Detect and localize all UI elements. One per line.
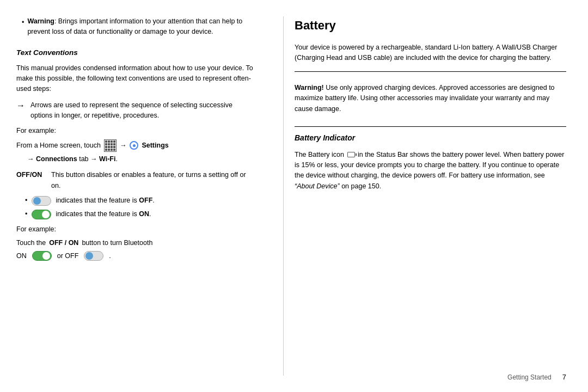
on-toggle-row: • indicates that the feature is ON. (16, 209, 256, 219)
touch-toggle-on[interactable] (32, 251, 52, 261)
text-conventions-intro: This manual provides condensed informati… (16, 63, 256, 95)
off-on-label: OFF/ON (16, 170, 45, 191)
left-column: • Warning: Brings important information … (16, 16, 267, 376)
toggle-off-switch[interactable] (32, 196, 51, 206)
touch-line2: button to turn Bluetooth (82, 238, 152, 248)
off-on-row: OFF/ON This button disables or enables a… (16, 170, 256, 191)
warning-box-text: Warning! Use only approved charging devi… (295, 83, 566, 114)
page-footer: Getting Started 7 (507, 373, 566, 381)
warning-text: Warning: Brings important information to… (27, 16, 256, 38)
warning-box-content: Use only approved charging devices. Appr… (295, 84, 555, 113)
for-example-label-1: For example: (16, 126, 256, 136)
warning-box-bold: Warning! (295, 84, 324, 91)
warning-section: • Warning: Brings important information … (16, 16, 256, 38)
touch-toggle-knob-on (42, 252, 50, 260)
toggle-knob-off (33, 197, 41, 205)
touch-toggle-off[interactable] (84, 251, 103, 261)
from-home-text: From a Home screen, touch (16, 140, 101, 151)
connections-bold: Connections (36, 155, 77, 163)
off-toggle-row: • indicates that the feature is OFF. (16, 195, 256, 206)
or-off-label: or OFF (57, 251, 79, 261)
arrow-symbol: → (16, 99, 25, 121)
off-indicates-text: indicates that the feature is OFF. (56, 195, 154, 206)
bullet-dot: • (22, 17, 24, 38)
on-indicates-text: indicates that the feature is ON. (56, 209, 151, 219)
arrow-text: Arrows are used to represent the sequenc… (30, 100, 256, 121)
bullet-dot-on: • (25, 209, 27, 219)
arrow-sym-inline: → (120, 140, 127, 151)
touch-toggle-knob-off (85, 252, 93, 260)
off-on-section: OFF/ON This button disables or enables a… (16, 170, 256, 220)
battery-intro: Your device is powered by a rechargeable… (295, 42, 566, 64)
warning-box: Warning! Use only approved charging devi… (295, 77, 566, 121)
footer-page: 7 (562, 373, 566, 381)
divider-bottom (295, 126, 566, 127)
battery-title: Battery (295, 16, 566, 35)
period: . (109, 251, 111, 261)
grid-icon (104, 139, 117, 152)
connections-line: → Connections tab → Wi-Fi. (16, 154, 256, 164)
right-column: Battery Your device is powered by a rech… (283, 16, 566, 376)
arrow-explanation: → Arrows are used to represent the seque… (16, 100, 256, 121)
warning-bullet: • Warning: Brings important information … (16, 16, 256, 38)
bullet-dot-off: • (25, 195, 27, 206)
battery-indicator-heading: Battery Indicator (295, 132, 566, 144)
settings-icon (130, 141, 138, 150)
toggle-on-switch[interactable] (32, 210, 51, 219)
settings-label: Settings (142, 140, 168, 151)
about-device-italic: “About Device” (295, 182, 340, 190)
battery-icon-inline (347, 152, 355, 157)
settings-dot (133, 144, 136, 147)
wifi-bold: Wi-Fi (99, 155, 115, 163)
touch-example-line: Touch the OFF / ON button to turn Blueto… (16, 238, 256, 248)
example-line-1: From a Home screen, touch → Settings (16, 139, 256, 152)
toggle-knob-on (42, 211, 50, 218)
footer-label: Getting Started (507, 373, 552, 381)
text-conventions-heading: Text Conventions (16, 47, 256, 59)
touch-line1: Touch the (16, 238, 46, 248)
touch-off-on-bold: OFF / ON (49, 238, 78, 248)
bat-text3: on page 150. (341, 182, 381, 190)
battery-indicator-text: The Battery icon in the Status Bar shows… (295, 150, 566, 192)
divider-top (295, 71, 566, 72)
touch-on-off-line: ON or OFF . (16, 251, 256, 261)
on-label: ON (16, 251, 27, 261)
for-example-label-2: For example: (16, 224, 256, 235)
off-on-description: This button disables or enables a featur… (51, 170, 256, 191)
bat-text1: The Battery icon (295, 151, 344, 158)
